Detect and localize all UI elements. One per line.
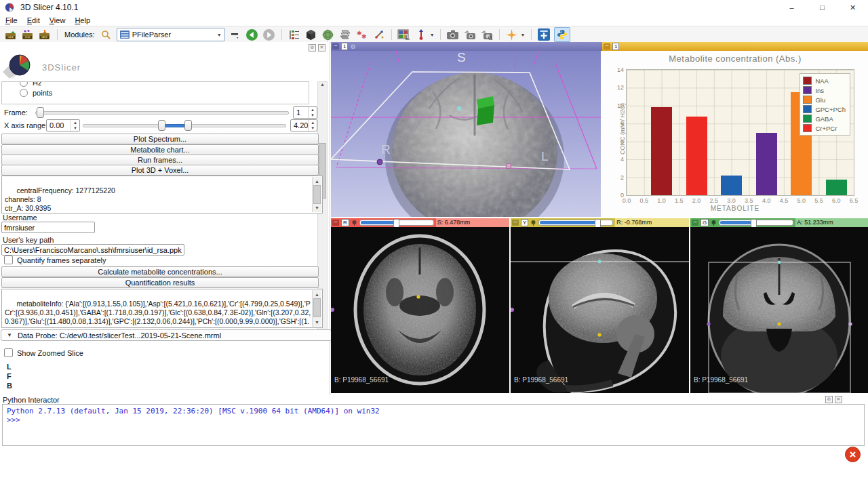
frame-spinbox[interactable]: 1▲▼ — [293, 106, 317, 119]
x-tick: 2.5 — [710, 197, 719, 204]
legend-entry-Cr+PCr: Cr+PCr — [803, 123, 846, 133]
chevron-down-icon[interactable]: ▼ — [430, 33, 435, 37]
annotate-measure-icon[interactable] — [372, 28, 386, 41]
run-frames-button[interactable]: Run frames... — [1, 155, 319, 165]
orientation-label-r: R — [381, 142, 391, 157]
scene-view-capture-icon[interactable] — [463, 28, 477, 41]
radio-circle-icon — [20, 89, 28, 97]
slice-collapse-button[interactable]: – — [692, 220, 698, 226]
crosshair-select-icon[interactable] — [414, 28, 428, 41]
radio-hz[interactable]: Hz — [20, 81, 309, 87]
chevron-down-icon[interactable]: ▼ — [521, 33, 526, 37]
chart-panel[interactable]: Metabolite concentration (Abs.) CONC (mM… — [602, 51, 868, 217]
keypath-input[interactable] — [1, 244, 184, 256]
legend-swatch — [803, 115, 812, 123]
header-info-textbox[interactable]: centralFrequency: 1277125220 channels: 8… — [1, 176, 323, 214]
slice-view-green[interactable]: – G A: 51.233mm — [690, 218, 868, 393]
chart-collapse-button[interactable]: – — [604, 43, 610, 49]
xaxis-min-spinbox[interactable]: 0.00▲▼ — [46, 119, 80, 131]
load-data-icon[interactable]: DATA — [4, 28, 18, 41]
xaxis-max-spinbox[interactable]: 4.20▲▼ — [290, 119, 317, 131]
textbox-scrollbar[interactable]: ▲▼ — [312, 290, 321, 327]
legend-swatch — [803, 105, 812, 113]
python-close-icon[interactable]: ✕ — [835, 396, 842, 403]
view3d-render-area[interactable]: S R L — [331, 51, 601, 217]
chevron-down-icon: ▼ — [217, 33, 222, 37]
module-selector-value: PFileParser — [132, 30, 216, 39]
scene-view-restore-icon[interactable] — [480, 28, 494, 41]
minimize-button[interactable]: – — [776, 0, 807, 15]
slice-offset-slider[interactable] — [538, 220, 613, 226]
module-history-icon[interactable] — [288, 28, 301, 41]
slice-pin-icon[interactable] — [351, 220, 357, 226]
python-undock-icon[interactable]: ⊘ — [825, 396, 833, 403]
python-interactor-icon[interactable] — [554, 27, 570, 42]
quantify-frames-checkbox[interactable]: Quantify frames separately — [4, 256, 106, 264]
python-console[interactable]: Python 2.7.13 (default, Jan 15 2019, 22:… — [2, 404, 865, 446]
slice-collapse-button[interactable]: – — [332, 220, 339, 226]
sample-data-cube-icon[interactable] — [304, 28, 318, 41]
close-x-icon — [849, 451, 856, 458]
dicom-icon[interactable]: DCM — [21, 28, 35, 41]
checkbox-icon — [4, 348, 13, 357]
x-tick: 4.5 — [780, 197, 789, 204]
view3d-collapse-button[interactable]: – — [332, 43, 339, 49]
coronal-slice-image[interactable]: B: P19968_56691 — [690, 227, 868, 393]
save-icon[interactable]: SAVE — [38, 28, 52, 41]
plot-3d-voxel-button[interactable]: Plot 3D + Voxel... — [1, 165, 319, 176]
y-tick: 14 — [617, 66, 624, 73]
probe-line-f: F — [7, 372, 12, 380]
fiducial-markers-icon[interactable]: ✱✱ — [355, 28, 369, 41]
username-input[interactable] — [1, 222, 95, 233]
slice-offset-slider[interactable] — [719, 220, 793, 226]
module-search-icon[interactable] — [100, 28, 113, 41]
metabolite-chart-button[interactable]: Metabolite chart... — [1, 144, 319, 155]
data-probe-collapsible[interactable]: ▼ Data Probe: C:/dev/0.test/slicerTest..… — [1, 329, 332, 341]
quantification-results-button[interactable]: Quantification results — [1, 277, 319, 288]
frame-slider[interactable] — [35, 106, 289, 117]
view3d-pin-icon[interactable]: ⚙ — [350, 43, 355, 50]
menu-view[interactable]: View — [50, 16, 66, 24]
textbox-scrollbar[interactable]: ▲▼ — [312, 177, 321, 212]
slice-view-red[interactable]: – R S: 6.478mm — [331, 218, 509, 393]
slice-pin-icon[interactable] — [530, 220, 536, 226]
sagittal-slice-image[interactable]: B: P19968_56691 — [511, 227, 689, 393]
module-panel-toggle-icon[interactable] — [229, 28, 242, 41]
volume-rendering-icon[interactable] — [321, 28, 335, 41]
extensions-manager-icon[interactable] — [537, 28, 551, 41]
probe-line-l: L — [7, 363, 12, 371]
layout-selector-icon[interactable] — [397, 28, 411, 41]
xaxis-range-slider[interactable] — [83, 119, 286, 130]
slice-view-yellow[interactable]: – Y R: -0.768mm — [511, 218, 689, 393]
menu-file[interactable]: File — [5, 16, 18, 24]
menu-edit[interactable]: Edit — [27, 16, 40, 24]
slice-layers-icon[interactable] — [338, 28, 352, 41]
panel-undock-icon[interactable]: ⊘ — [309, 44, 316, 52]
metabolite-info-textbox[interactable]: metaboliteInfo: {'Ala':[(0.913,1.55,0.10… — [1, 289, 323, 328]
menu-help[interactable]: Help — [75, 16, 90, 24]
history-back-icon[interactable] — [245, 28, 259, 41]
show-zoomed-slice-checkbox[interactable]: Show Zoomed Slice — [4, 348, 83, 357]
radio-points[interactable]: points — [20, 89, 309, 97]
slice-offset-slider[interactable] — [359, 220, 434, 226]
panel-close-icon[interactable]: ✕ — [318, 44, 326, 52]
plot-spectrum-button[interactable]: Plot Spectrum... — [1, 134, 319, 144]
calculate-concentrations-button[interactable]: Calculate metabolite concentrations... — [1, 266, 319, 277]
screenshot-icon[interactable] — [446, 28, 460, 41]
slicer-window: 3D Slicer 4.10.1 – □ ✕ FileEditViewHelp … — [0, 0, 868, 488]
chart-plot-area: 02468101214 0.00.51.01.52.02.53.03.54.04… — [626, 69, 854, 196]
legend-label: Ins — [815, 87, 824, 94]
dismiss-button[interactable] — [845, 447, 861, 462]
legend-label: GPC+PCh — [815, 106, 846, 113]
module-selector[interactable]: PFileParser ▼ — [117, 28, 225, 41]
slice-collapse-button[interactable]: – — [512, 220, 519, 226]
extension-crosshair-icon[interactable] — [505, 28, 519, 41]
axial-slice-image[interactable]: B: P19968_56691 — [331, 227, 509, 393]
slice-pin-icon[interactable] — [711, 220, 717, 226]
close-button[interactable]: ✕ — [837, 0, 868, 15]
history-forward-icon[interactable] — [262, 28, 276, 41]
slice-bar-green: – G A: 51.233mm — [690, 218, 868, 227]
slicer-logo-text: 3DSlicer — [42, 62, 81, 73]
chart-xlabel: METABOLITE — [602, 205, 868, 212]
maximize-button[interactable]: □ — [807, 0, 837, 15]
